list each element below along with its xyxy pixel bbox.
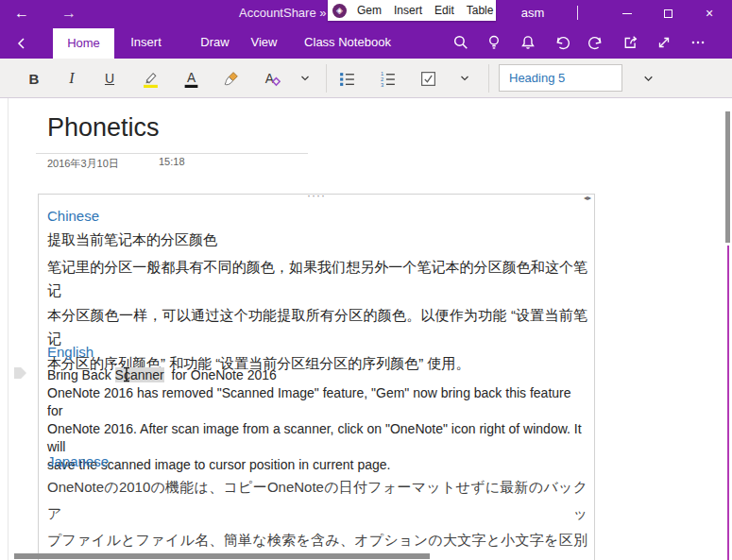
title-underline [36,153,308,154]
gem-menu-insert[interactable]: Insert [388,4,429,17]
styles-button[interactable]: A [260,67,282,90]
text-line: OneNote 2016 has removed "Scanned Image"… [47,384,588,420]
titlebar-divider [577,6,578,20]
note-drag-handle-icon[interactable] [307,189,326,202]
style-selector[interactable]: Heading 5 [499,64,622,92]
page-left-border [8,98,9,560]
back-icon[interactable]: ← [9,0,34,26]
toolbar-divider [326,64,327,93]
close-icon: × [706,6,713,21]
underline-button[interactable]: U [98,67,121,90]
numbered-list-button[interactable]: 123 [376,67,399,90]
note-resize-icon[interactable] [584,194,591,202]
gem-addin-menubar: ◈ Gem Insert Edit Table [328,0,496,21]
text-segment: Bring Back [47,367,115,382]
tab-insert[interactable]: Insert [123,26,169,59]
tab-draw[interactable]: Draw [194,26,236,59]
text-line: OneNote 2016. After scan image from a sc… [47,420,588,456]
ribbon: Home Insert Draw View Class Notebook [0,26,732,59]
undo-icon[interactable] [552,32,572,53]
redo-icon[interactable] [586,32,606,53]
heading-japanese[interactable]: Japanese [47,453,109,469]
english-paragraph[interactable]: OneNote 2016 has removed "Scanned Image"… [47,384,588,474]
share-icon[interactable] [620,32,640,53]
svg-text:A: A [186,71,196,85]
bold-button[interactable]: B [23,67,45,90]
user-label[interactable]: asm [514,2,552,25]
heading-english[interactable]: English [47,344,94,360]
heading-chinese[interactable]: Chinese [47,208,99,224]
ideas-lightbulb-icon[interactable] [484,32,504,53]
text-line: 本分区颜色一样，可以通过这个功能提取所有分区的颜色。以便作为功能 “设置当前笔记 [47,303,587,351]
text-segment: for OneNote 2016 [164,367,277,382]
style-selector-value: Heading 5 [509,71,565,85]
fullscreen-icon[interactable] [654,32,674,53]
chinese-subtitle[interactable]: 提取当前笔记本的分区颜色 [47,231,217,249]
minimize-icon [622,13,632,14]
text-line: save the scanned image to cursor positio… [47,456,588,474]
text-line: OneNoteの2010の機能は、コピーOneNoteの日付フォーマットせずに最… [47,474,587,527]
page-time: 15:18 [159,156,185,167]
onenote-window: ← → AccountShare » ◈ Gem Insert Edit Tab… [0,0,732,560]
forward-icon[interactable]: → [57,0,81,26]
close-button[interactable]: × [697,0,722,26]
font-color-button[interactable]: A [179,67,202,90]
notifications-bell-icon[interactable] [518,32,538,53]
page-date: 2016年3月10日 [47,157,119,171]
vertical-scrollbar-thumb[interactable] [725,111,730,243]
minimize-button[interactable] [615,0,639,26]
chevron-down-icon[interactable] [296,67,315,90]
maximize-icon [664,9,672,18]
chinese-paragraph[interactable]: 笔记里的分区一般都具有不同的颜色，如果我们想另外一个笔记本的分区颜色和这个笔记 … [47,255,587,375]
gem-menu-gem[interactable]: Gem [351,4,388,17]
english-title-line[interactable]: Bring Back Scanner for OneNote 2016 [47,367,277,382]
japanese-paragraph[interactable]: OneNoteの2010の機能は、コピーOneNoteの日付フォーマットせずに最… [47,474,587,560]
tab-home[interactable]: Home [53,28,114,59]
svg-text:A: A [264,71,274,85]
maximize-button[interactable] [655,0,680,26]
todo-checkbox-button[interactable] [417,67,439,90]
gem-menu-edit[interactable]: Edit [429,4,461,17]
toolbar-divider [488,64,489,93]
horizontal-scrollbar-thumb[interactable] [14,553,430,559]
gem-icon: ◈ [332,4,347,18]
more-options-icon[interactable] [688,32,708,53]
formatting-toolbar: B I U A A 123 He [0,59,732,98]
paragraph-handle-icon[interactable] [14,367,26,379]
chevron-down-icon[interactable] [455,67,474,90]
page-title[interactable]: Phonetics [47,113,160,143]
gem-menu-table[interactable]: Table [461,4,501,17]
nav-back-icon[interactable] [11,33,32,54]
tab-view[interactable]: View [244,26,284,59]
tab-class-notebook[interactable]: Class Notebook [300,26,395,59]
format-painter-icon[interactable] [220,67,243,90]
svg-text:3: 3 [381,81,383,87]
chevron-down-icon[interactable] [638,67,657,90]
text-cursor-icon [122,366,131,386]
page-canvas[interactable]: Phonetics 2016年3月10日 15:18 Chinese 提取当前笔… [0,98,732,560]
titlebar: ← → AccountShare » ◈ Gem Insert Edit Tab… [0,0,732,26]
highlighter-button[interactable] [139,67,162,90]
bullet-list-button[interactable] [335,67,358,90]
account-label[interactable]: AccountShare » [239,0,327,26]
text-line: 笔记里的分区一般都具有不同的颜色，如果我们想另外一个笔记本的分区颜色和这个笔记 [47,255,587,303]
italic-button[interactable]: I [60,67,83,90]
search-icon[interactable] [451,32,471,53]
window-edge-line [727,246,729,560]
